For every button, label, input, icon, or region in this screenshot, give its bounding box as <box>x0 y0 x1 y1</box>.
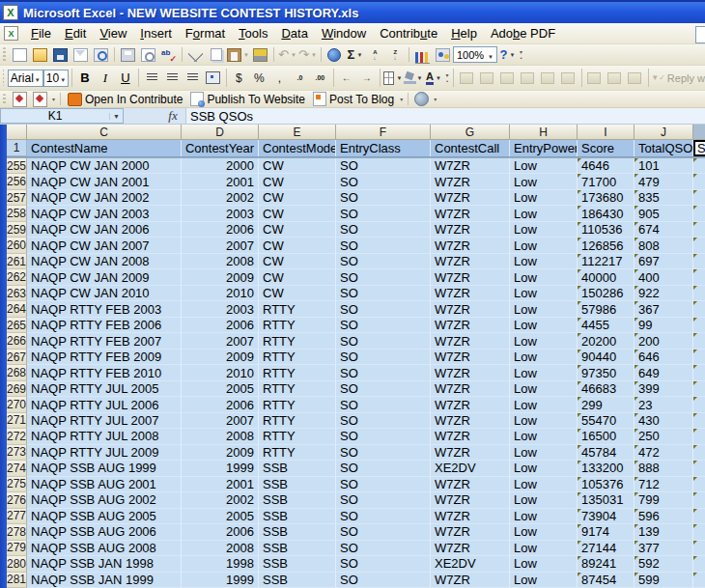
cell-contestmode[interactable]: RTTY <box>259 429 336 444</box>
cell-entrypower[interactable]: Low <box>510 573 578 588</box>
cell-contestname[interactable]: NAQP CW JAN 2003 <box>27 206 182 221</box>
cell-contestcall[interactable]: W7ZR <box>431 350 510 365</box>
row-header[interactable]: 259 <box>7 222 27 238</box>
cell-contestname[interactable]: NAQP RTTY FEB 2007 <box>27 333 182 349</box>
cell-k-partial[interactable] <box>693 269 705 285</box>
cell-contestyear[interactable]: 2001 <box>182 477 259 492</box>
cell-contestyear[interactable]: 2010 <box>182 286 259 301</box>
cell-totalqsos[interactable]: 712 <box>634 477 693 492</box>
cell-k-partial[interactable] <box>693 238 705 253</box>
cell-k-partial[interactable] <box>693 365 705 380</box>
cell-entrypower[interactable]: Low <box>510 556 578 572</box>
percent-button[interactable]: % <box>249 69 269 87</box>
cell-k-partial[interactable] <box>693 429 705 444</box>
hyperlink-button[interactable] <box>324 45 345 64</box>
header-cell-score[interactable]: Score <box>578 140 634 156</box>
cell-score[interactable]: 150286 <box>578 286 634 301</box>
cell-score[interactable]: 110536 <box>578 222 634 238</box>
cell-contestyear[interactable]: 2007 <box>182 413 259 429</box>
cell-entryclass[interactable]: SO <box>336 286 431 301</box>
row-header[interactable]: 272 <box>7 429 27 444</box>
cell-contestmode[interactable]: SSB <box>259 573 336 588</box>
extra-tool-8[interactable] <box>605 69 625 87</box>
cell-contestcall[interactable]: W7ZR <box>431 509 510 524</box>
cell-contestyear[interactable]: 2000 <box>182 158 259 174</box>
cell-entrypower[interactable]: Low <box>510 333 578 349</box>
cell-contestyear[interactable]: 2003 <box>182 206 259 221</box>
copy-button[interactable] <box>206 45 226 64</box>
cell-totalqsos[interactable]: 23 <box>634 397 693 412</box>
extra-tool-7[interactable] <box>584 69 605 87</box>
cell-entrypower[interactable]: Low <box>510 477 578 492</box>
menu-insert[interactable]: Insert <box>133 24 179 42</box>
cell-contestmode[interactable]: CW <box>259 174 336 189</box>
fill-color-button[interactable] <box>403 69 423 87</box>
menu-data[interactable]: Data <box>274 24 314 42</box>
open-in-contribute-button[interactable]: Open In Contribute <box>64 92 186 107</box>
italic-button[interactable]: I <box>95 69 115 87</box>
cell-contestcall[interactable]: W7ZR <box>431 381 510 397</box>
cell-entryclass[interactable]: SO <box>336 301 431 317</box>
cell-entryclass[interactable]: SO <box>336 174 431 189</box>
row-header[interactable]: 267 <box>7 350 27 365</box>
cell-totalqsos[interactable]: 799 <box>634 492 693 508</box>
cell-score[interactable]: 57986 <box>578 301 634 317</box>
paste-button[interactable] <box>226 45 250 64</box>
menu-edit[interactable]: Edit <box>58 24 93 42</box>
cell-totalqsos[interactable]: 835 <box>634 190 693 206</box>
cell-contestname[interactable]: NAQP CW JAN 2008 <box>27 254 182 269</box>
extra-tool-1[interactable] <box>457 69 477 87</box>
cell-score[interactable]: 87454 <box>578 573 634 588</box>
select-all-corner[interactable] <box>7 125 27 140</box>
cell-contestcall[interactable]: W7ZR <box>431 269 510 285</box>
cell-contestcall[interactable]: W7ZR <box>431 158 510 174</box>
drawing-button[interactable] <box>433 45 453 64</box>
cell-entrypower[interactable]: Low <box>510 254 578 269</box>
spelling-button[interactable] <box>158 45 179 64</box>
cell-entrypower[interactable]: Low <box>510 429 578 444</box>
print-button[interactable] <box>118 45 138 64</box>
cell-contestname[interactable]: NAQP CW JAN 2010 <box>27 286 182 301</box>
column-header-h[interactable]: H <box>510 125 578 140</box>
cell-totalqsos[interactable]: 599 <box>634 573 693 588</box>
cell-contestcall[interactable]: XE2DV <box>431 556 510 572</box>
cell-entryclass[interactable]: SO <box>336 556 431 572</box>
header-cell-entrypower[interactable]: EntryPower <box>510 140 578 156</box>
cell-contestname[interactable]: NAQP CW JAN 2007 <box>27 238 182 253</box>
email-button[interactable] <box>70 45 91 64</box>
cell-score[interactable]: 89241 <box>578 556 634 572</box>
cell-score[interactable]: 40000 <box>578 269 634 285</box>
cell-contestmode[interactable]: CW <box>259 206 336 221</box>
cell-contestcall[interactable]: W7ZR <box>431 573 510 588</box>
name-box[interactable]: K1 ▼ <box>0 108 124 124</box>
zoom-select[interactable]: 100% <box>453 46 497 63</box>
cell-contestname[interactable]: NAQP RTTY FEB 2009 <box>27 350 182 365</box>
cell-contestmode[interactable]: RTTY <box>259 333 336 349</box>
cell-k-partial[interactable] <box>693 556 705 572</box>
extra-tool-5[interactable] <box>538 69 558 87</box>
save-button[interactable] <box>50 45 70 64</box>
cell-score[interactable]: 135031 <box>578 492 634 508</box>
cell-contestname[interactable]: NAQP RTTY JUL 2008 <box>27 429 182 444</box>
cell-contestcall[interactable]: W7ZR <box>431 524 510 540</box>
cell-k-partial[interactable] <box>693 158 705 174</box>
column-header-j[interactable]: J <box>634 125 693 140</box>
redo-button[interactable]: ↷ <box>297 45 318 64</box>
decrease-decimal-button[interactable]: .00 <box>310 69 330 87</box>
extra-tool-6[interactable] <box>558 69 578 87</box>
cell-score[interactable]: 4646 <box>578 158 634 174</box>
cell-entryclass[interactable]: SO <box>336 318 431 333</box>
cell-contestmode[interactable]: SSB <box>259 524 336 540</box>
header-cell-contestyear[interactable]: ContestYear <box>182 140 259 156</box>
print-preview-button[interactable] <box>138 45 158 64</box>
cell-contestyear[interactable]: 2001 <box>182 174 259 189</box>
cell-entrypower[interactable]: Low <box>510 381 578 397</box>
cell-contestyear[interactable]: 2006 <box>182 524 259 540</box>
cell-contestmode[interactable]: CW <box>259 286 336 301</box>
row-header[interactable]: 280 <box>7 556 27 572</box>
cell-k-partial[interactable] <box>693 333 705 349</box>
row-header[interactable]: 257 <box>7 190 27 206</box>
cell-contestcall[interactable]: W7ZR <box>431 190 510 206</box>
row-header[interactable]: 281 <box>7 573 27 588</box>
cell-contestname[interactable]: NAQP RTTY FEB 2003 <box>27 301 182 317</box>
